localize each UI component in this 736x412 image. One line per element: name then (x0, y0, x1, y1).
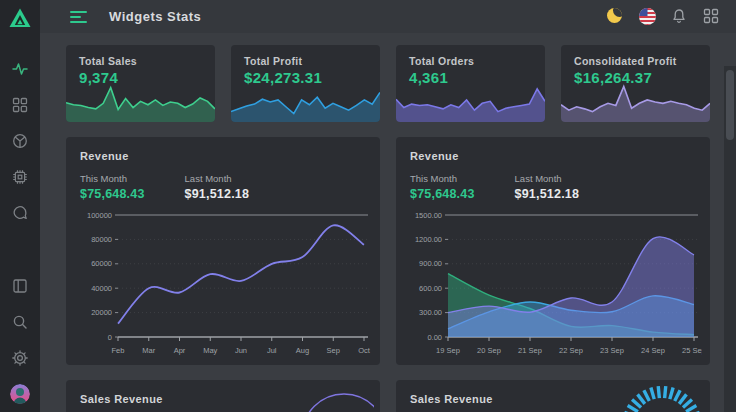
this-month-value: $75,648.43 (80, 187, 145, 201)
stat-label: Total Orders (409, 55, 532, 67)
sidebar-item-activity-icon[interactable] (12, 61, 28, 77)
sales-revenue-card-1: Sales Revenue $9,641.26 (66, 380, 380, 412)
svg-text:100000: 100000 (87, 211, 112, 220)
app-window: Widgets Stats (0, 0, 736, 412)
svg-text:Jun: Jun (235, 346, 247, 355)
menu-toggle-icon[interactable] (70, 8, 87, 26)
revenue-area-chart: 0.00300.00600.00900.001200.001500.0019 S… (410, 207, 702, 357)
circle-gauge-chart (82, 380, 374, 412)
svg-text:Feb: Feb (112, 346, 125, 355)
card-title: Revenue (80, 150, 366, 162)
sidebar-item-sphere-icon[interactable] (12, 133, 28, 149)
last-month-value: $91,512.18 (515, 187, 580, 201)
stat-card-total-orders: Total Orders 4,361 (396, 45, 545, 122)
tick-gauge-chart (412, 380, 704, 412)
svg-text:25 Sep: 25 Sep (682, 346, 702, 355)
stat-label: Consolidated Profit (574, 55, 697, 67)
sidebar-item-layout-icon[interactable] (12, 278, 28, 294)
revenue-stats: This Month $75,648.43 Last Month $91,512… (80, 173, 366, 201)
svg-text:21 Sep: 21 Sep (518, 346, 542, 355)
stat-label: Total Sales (79, 55, 202, 67)
revenue-card-monthly: Revenue This Month $75,648.43 Last Month… (66, 137, 380, 365)
svg-text:60000: 60000 (91, 259, 112, 268)
svg-text:20 Sep: 20 Sep (477, 346, 501, 355)
sidebar-item-settings-gear-icon[interactable] (12, 350, 28, 366)
stat-card-total-sales: Total Sales 9,374 (66, 45, 215, 122)
svg-text:Mar: Mar (142, 346, 155, 355)
svg-text:May: May (203, 346, 217, 355)
svg-text:Aug: Aug (296, 346, 309, 355)
svg-text:0: 0 (108, 333, 112, 342)
this-month-label: This Month (410, 173, 475, 184)
this-month-value: $75,648.43 (410, 187, 475, 201)
svg-text:Jul: Jul (267, 346, 277, 355)
main-area: Widgets Stats (40, 0, 736, 412)
sidebar-item-cpu-chip-icon[interactable] (12, 169, 28, 185)
dark-mode-moon-icon[interactable] (607, 8, 624, 25)
revenue-row: Revenue This Month $75,648.43 Last Month… (66, 137, 710, 365)
sidebar-item-search-icon[interactable] (12, 314, 28, 330)
svg-text:24 Sep: 24 Sep (641, 346, 665, 355)
stat-label: Total Profit (244, 55, 367, 67)
apps-grid-icon[interactable] (703, 8, 720, 25)
svg-text:900.00: 900.00 (419, 259, 442, 268)
svg-text:300.00: 300.00 (419, 308, 442, 317)
svg-text:20000: 20000 (91, 308, 112, 317)
svg-text:80000: 80000 (91, 235, 112, 244)
consolidated-profit-sparkline-chart (561, 82, 710, 122)
svg-text:0.00: 0.00 (427, 333, 442, 342)
last-month-label: Last Month (515, 173, 580, 184)
last-month-label: Last Month (185, 173, 250, 184)
app-logo-icon[interactable] (8, 7, 32, 33)
svg-text:23 Sep: 23 Sep (600, 346, 624, 355)
sidebar (0, 0, 40, 412)
scrollbar-thumb[interactable] (726, 70, 734, 140)
svg-text:19 Sep: 19 Sep (436, 346, 460, 355)
header-actions (607, 8, 720, 25)
this-month-label: This Month (80, 173, 145, 184)
language-flag-icon[interactable] (639, 8, 656, 25)
notifications-bell-icon[interactable] (671, 8, 688, 25)
svg-text:Oct: Oct (358, 346, 371, 355)
svg-text:600.00: 600.00 (419, 284, 442, 293)
svg-text:Apr: Apr (174, 346, 186, 355)
content-area: Total Sales 9,374 Total Profit $24,273.3… (40, 33, 736, 412)
top-header: Widgets Stats (40, 0, 736, 33)
stat-card-consolidated-profit: Consolidated Profit $16,264.37 (561, 45, 710, 122)
page-title: Widgets Stats (109, 9, 201, 24)
total-sales-sparkline-chart (66, 82, 215, 122)
card-title: Revenue (410, 150, 696, 162)
sales-revenue-row: Sales Revenue $9,641.26 Sales Revenue $9… (66, 380, 710, 412)
sales-revenue-card-2: Sales Revenue $9,641.26 (396, 380, 710, 412)
total-orders-sparkline-chart (396, 82, 545, 122)
revenue-stats: This Month $75,648.43 Last Month $91,512… (410, 173, 696, 201)
svg-text:40000: 40000 (91, 284, 112, 293)
stat-card-total-profit: Total Profit $24,273.31 (231, 45, 380, 122)
user-avatar[interactable] (10, 384, 30, 404)
revenue-card-daily: Revenue This Month $75,648.43 Last Month… (396, 137, 710, 365)
sidebar-item-chat-icon[interactable] (12, 205, 28, 221)
stats-row: Total Sales 9,374 Total Profit $24,273.3… (66, 45, 710, 122)
svg-text:Sep: Sep (327, 346, 340, 355)
last-month-value: $91,512.18 (185, 187, 250, 201)
total-profit-sparkline-chart (231, 82, 380, 122)
revenue-line-chart: 020000400006000080000100000FebMarAprMayJ… (80, 207, 372, 357)
svg-text:22 Sep: 22 Sep (559, 346, 583, 355)
sidebar-item-dashboard-grid-icon[interactable] (12, 97, 28, 113)
svg-text:1500.00: 1500.00 (415, 211, 442, 220)
svg-text:1200.00: 1200.00 (415, 235, 442, 244)
scrollbar[interactable] (724, 66, 736, 412)
